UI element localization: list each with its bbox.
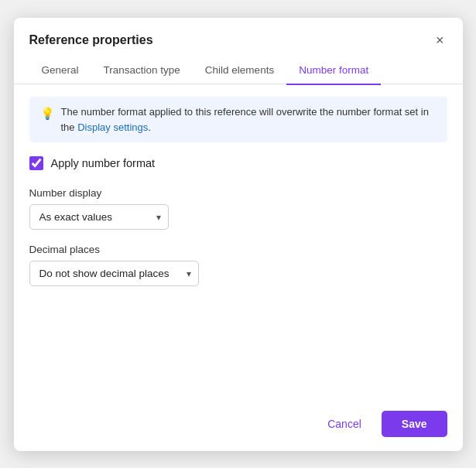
modal-body: 💡 The number format applied to this refe… xyxy=(14,84,463,398)
number-display-select[interactable]: As exact values As percentages As curren… xyxy=(29,204,169,230)
decimal-places-label: Decimal places xyxy=(29,244,447,255)
apply-number-format-checkbox[interactable] xyxy=(29,156,43,170)
tab-general[interactable]: General xyxy=(29,56,91,85)
number-display-select-wrapper: As exact values As percentages As curren… xyxy=(29,204,169,230)
info-text: The number format applied to this refere… xyxy=(61,104,437,135)
save-button[interactable]: Save xyxy=(382,411,447,437)
info-banner: 💡 The number format applied to this refe… xyxy=(29,97,447,142)
reference-properties-modal: Reference properties × General Transacti… xyxy=(14,18,463,451)
modal-title: Reference properties xyxy=(29,33,153,47)
decimal-places-select-wrapper: Do not show decimal places 1 decimal pla… xyxy=(29,261,199,286)
close-button[interactable]: × xyxy=(433,32,447,49)
number-display-field: Number display As exact values As percen… xyxy=(29,187,447,230)
decimal-places-select[interactable]: Do not show decimal places 1 decimal pla… xyxy=(29,261,199,286)
modal-header: Reference properties × xyxy=(14,18,463,49)
apply-number-format-label: Apply number format xyxy=(51,157,156,169)
display-settings-link[interactable]: Display settings xyxy=(77,121,148,133)
info-icon: 💡 xyxy=(40,105,55,123)
modal-overlay: Reference properties × General Transacti… xyxy=(0,0,476,468)
tab-transaction-type[interactable]: Transaction type xyxy=(91,56,193,85)
tab-child-elements[interactable]: Child elements xyxy=(193,56,286,85)
number-display-label: Number display xyxy=(29,187,447,199)
apply-number-format-row: Apply number format xyxy=(29,156,447,170)
cancel-button[interactable]: Cancel xyxy=(317,412,372,436)
modal-footer: Cancel Save xyxy=(14,398,463,451)
decimal-places-field: Decimal places Do not show decimal place… xyxy=(29,244,447,286)
tab-number-format[interactable]: Number format xyxy=(286,56,381,85)
tabs-bar: General Transaction type Child elements … xyxy=(14,56,463,85)
